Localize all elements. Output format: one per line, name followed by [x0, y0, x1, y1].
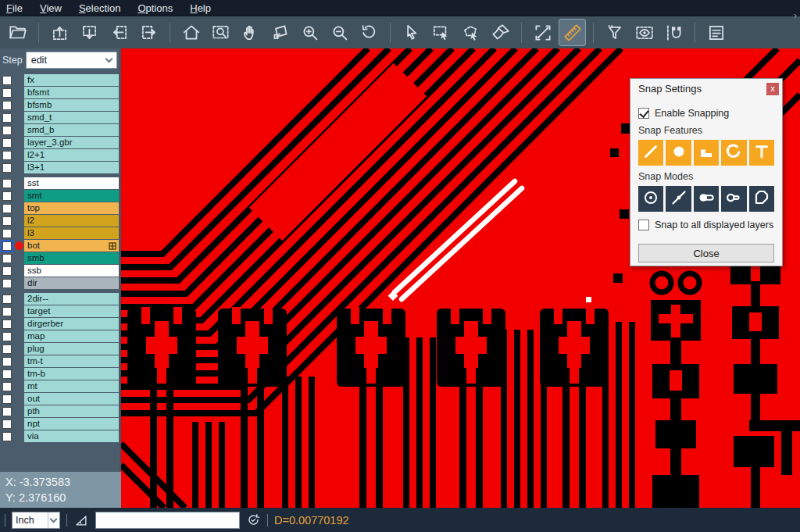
menu-options[interactable]: Options: [138, 2, 173, 14]
layer-label[interactable]: smd_t: [24, 112, 119, 123]
layer-label[interactable]: pth: [24, 405, 119, 417]
layer-checkbox[interactable]: [2, 370, 12, 379]
layer-checkbox[interactable]: [2, 241, 12, 251]
layer-label[interactable]: target: [24, 305, 119, 317]
filter-button[interactable]: [602, 20, 627, 45]
zoom-previous-button[interactable]: [356, 20, 382, 45]
enable-snapping-row[interactable]: Enable Snapping: [638, 108, 774, 119]
layer-checkbox[interactable]: [2, 151, 12, 160]
layer-label[interactable]: fx: [24, 74, 119, 86]
layer-label[interactable]: smb: [24, 252, 119, 264]
layer-checkbox[interactable]: [2, 295, 12, 304]
mode-contour-button[interactable]: [749, 186, 774, 212]
layer-label[interactable]: bfsmt: [24, 87, 119, 98]
layer-label[interactable]: out: [24, 393, 119, 405]
home-button[interactable]: [178, 20, 204, 45]
layer-checkbox[interactable]: [2, 113, 12, 123]
all-layers-checkbox[interactable]: [638, 220, 649, 230]
mode-pad-outline-button[interactable]: [721, 186, 746, 212]
layer-checkbox[interactable]: [2, 216, 12, 226]
snap-circle-button[interactable]: [666, 140, 691, 166]
dialog-title-bar[interactable]: Snap Settings x: [630, 79, 782, 98]
layer-checkbox[interactable]: [2, 179, 12, 188]
layer-label[interactable]: tm-t: [24, 355, 119, 367]
snap-arc-button[interactable]: [721, 140, 746, 166]
shift-down-button[interactable]: [77, 20, 102, 45]
angle-measure-icon[interactable]: [73, 512, 89, 528]
layer-checkbox[interactable]: [2, 101, 12, 110]
layer-checkbox[interactable]: [2, 163, 12, 173]
close-icon[interactable]: x: [766, 83, 779, 95]
snap-surface-button[interactable]: [694, 140, 719, 166]
layer-label[interactable]: l2: [24, 215, 119, 227]
shift-right-button[interactable]: [136, 20, 162, 45]
layer-checkbox[interactable]: [2, 229, 12, 238]
layer-label[interactable]: bfsmb: [24, 99, 119, 111]
menu-file[interactable]: File: [6, 2, 23, 14]
step-select[interactable]: edit: [26, 52, 117, 69]
snap-line-button[interactable]: [638, 140, 663, 166]
measure-line-button[interactable]: [530, 20, 555, 45]
snap-text-button[interactable]: [749, 140, 774, 166]
layer-label[interactable]: via: [24, 430, 119, 442]
menu-view[interactable]: View: [40, 2, 62, 14]
layer-label[interactable]: sst: [24, 177, 119, 189]
mode-pad-filled-button[interactable]: [694, 186, 719, 212]
layer-checkbox[interactable]: [2, 345, 12, 354]
mode-on-line-button[interactable]: [666, 186, 691, 212]
layer-label[interactable]: npt: [24, 418, 119, 430]
layer-checkbox[interactable]: [2, 320, 12, 329]
layer-label[interactable]: plug: [24, 343, 119, 355]
report-button[interactable]: [703, 20, 729, 45]
layer-checkbox[interactable]: [2, 332, 12, 341]
layer-checkbox[interactable]: [2, 204, 12, 213]
layer-label[interactable]: dir: [24, 277, 119, 289]
layer-label[interactable]: bot: [24, 240, 119, 252]
layer-checkbox[interactable]: [2, 254, 12, 263]
layer-label[interactable]: l2+1: [24, 149, 119, 161]
snap-magnet-button[interactable]: [661, 20, 687, 45]
shift-up-button[interactable]: [47, 20, 73, 45]
menu-help[interactable]: Help: [190, 2, 211, 14]
layer-label[interactable]: ssb: [24, 265, 119, 277]
layer-checkbox[interactable]: [2, 138, 12, 148]
menu-selection[interactable]: Selection: [79, 2, 120, 14]
layer-label[interactable]: tm-b: [24, 368, 119, 380]
layer-checkbox[interactable]: [2, 382, 12, 391]
layer-checkbox[interactable]: [2, 279, 12, 288]
layer-label[interactable]: mt: [24, 380, 119, 392]
layer-label[interactable]: smd_b: [24, 124, 119, 136]
select-poly-button[interactable]: [458, 20, 484, 45]
layer-label[interactable]: dirgerber: [24, 318, 119, 330]
refresh-icon[interactable]: [246, 512, 261, 527]
close-button[interactable]: Close: [638, 244, 774, 262]
layer-checkbox[interactable]: [2, 307, 12, 316]
open-button[interactable]: [5, 20, 30, 45]
layer-checkbox[interactable]: [2, 266, 12, 276]
zoom-fit-button[interactable]: [208, 20, 234, 45]
select-rect-button[interactable]: [428, 20, 454, 45]
toolbar-overflow-icon[interactable]: ›: [794, 9, 797, 21]
layer-checkbox[interactable]: [2, 76, 12, 85]
layer-label[interactable]: smt: [24, 190, 119, 202]
layer-checkbox[interactable]: [2, 357, 12, 366]
unit-select[interactable]: Inch: [12, 512, 60, 529]
layer-label[interactable]: top: [24, 202, 119, 214]
layer-checkbox[interactable]: [2, 191, 12, 201]
layer-label[interactable]: l3: [24, 227, 119, 239]
visibility-button[interactable]: [631, 20, 657, 45]
zoom-window-button[interactable]: [267, 20, 293, 45]
command-input[interactable]: [95, 512, 240, 529]
layer-checkbox[interactable]: [2, 432, 12, 441]
layer-label[interactable]: l3+1: [24, 162, 119, 173]
zoom-in-button[interactable]: [297, 20, 323, 45]
shift-left-button[interactable]: [106, 20, 132, 45]
pan-hand-button[interactable]: [238, 20, 263, 45]
select-cursor-button[interactable]: [398, 20, 424, 45]
layer-label[interactable]: map: [24, 330, 119, 342]
layer-checkbox[interactable]: [2, 88, 12, 98]
all-layers-row[interactable]: Snap to all displayed layers: [638, 220, 774, 230]
clean-brush-button[interactable]: [488, 20, 513, 45]
layer-checkbox[interactable]: [2, 395, 12, 404]
zoom-out-button[interactable]: [327, 20, 352, 45]
